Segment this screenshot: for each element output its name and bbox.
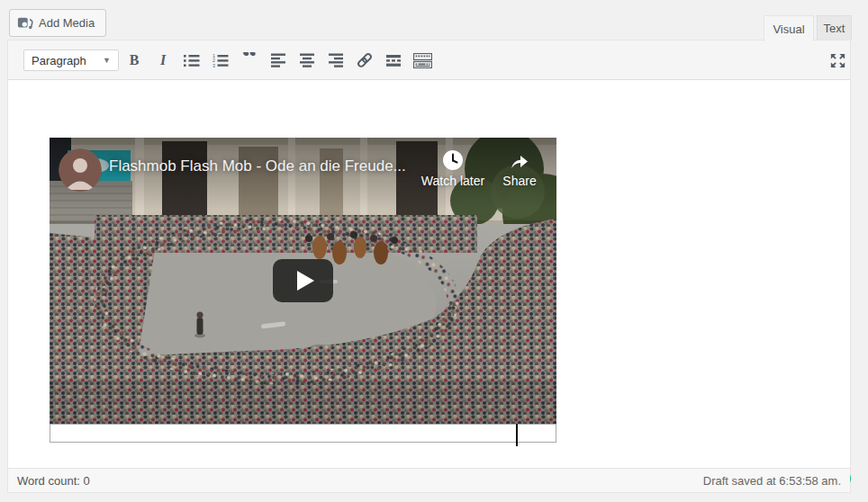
keyboard-icon (413, 53, 432, 68)
youtube-video-embed[interactable]: Flashmob Flash Mob - Ode an die Freude..… (50, 138, 556, 424)
embed-caption-box[interactable] (50, 424, 556, 443)
tab-text[interactable]: Text (817, 15, 852, 40)
read-more-tag-button[interactable] (381, 48, 406, 73)
add-media-button[interactable]: Add Media (9, 9, 106, 37)
watch-later-clock-icon (442, 149, 464, 171)
bullet-list-icon (184, 54, 200, 67)
link-icon (356, 51, 374, 69)
align-left-icon (271, 53, 286, 67)
distraction-free-button[interactable] (825, 48, 850, 73)
share-label: Share (502, 174, 536, 188)
bullet-list-button[interactable] (179, 48, 204, 73)
tab-visual-label: Visual (773, 22, 804, 36)
paragraph-format-dropdown[interactable]: Paragraph ▼ (23, 49, 119, 71)
share-arrow-icon (508, 149, 531, 171)
toolbar-toggle-button[interactable] (410, 48, 435, 73)
paragraph-format-value: Paragraph (32, 54, 86, 67)
fullscreen-expand-icon (829, 52, 846, 69)
watch-later-label: Watch later (421, 174, 484, 188)
editor-toolbar: Paragraph ▼ B I (8, 40, 850, 80)
add-media-label: Add Media (39, 16, 95, 30)
bold-icon: B (130, 52, 140, 68)
video-title[interactable]: Flashmob Flash Mob - Ode an die Freude..… (109, 157, 406, 175)
play-icon (297, 271, 314, 291)
watch-later-button[interactable]: Watch later (410, 149, 496, 188)
numbered-list-button[interactable]: 1 2 3 (208, 48, 233, 73)
align-right-icon (329, 53, 344, 67)
tab-visual[interactable]: Visual (764, 15, 814, 41)
align-center-button[interactable] (294, 48, 320, 73)
channel-avatar[interactable] (59, 148, 102, 192)
align-center-icon (300, 53, 315, 67)
share-button[interactable]: Share (496, 149, 543, 188)
italic-button[interactable]: I (150, 48, 176, 73)
read-more-icon (386, 54, 402, 67)
editor-content-area[interactable]: Flashmob Flash Mob - Ode an die Freude..… (8, 80, 850, 470)
word-count-label: Word count: (17, 474, 80, 488)
wordpress-classic-editor: Add Media Visual Text Paragraph ▼ B I (0, 0, 868, 502)
numbered-list-icon: 1 2 3 (212, 54, 229, 67)
chevron-down-icon: ▼ (103, 56, 111, 65)
play-button[interactable] (273, 259, 333, 302)
align-left-button[interactable] (266, 48, 291, 73)
text-cursor (516, 424, 518, 446)
svg-text:3: 3 (212, 62, 215, 67)
word-count-value: 0 (83, 474, 89, 488)
bold-button[interactable]: B (122, 48, 147, 73)
editor-status-bar: Word count: 0 Draft saved at 6:53:58 am. (8, 468, 850, 492)
media-icon (17, 15, 33, 31)
italic-icon: I (160, 52, 166, 68)
word-count: Word count: 0 (17, 474, 90, 488)
insert-link-button[interactable] (352, 48, 377, 73)
editor-wrap: Paragraph ▼ B I (7, 40, 851, 493)
draft-saved-status: Draft saved at 6:53:58 am. (703, 474, 841, 488)
align-right-button[interactable] (323, 48, 348, 73)
blockquote-button[interactable]: “ (237, 48, 262, 73)
blockquote-icon: “ (242, 52, 258, 68)
tab-text-label: Text (824, 22, 845, 35)
